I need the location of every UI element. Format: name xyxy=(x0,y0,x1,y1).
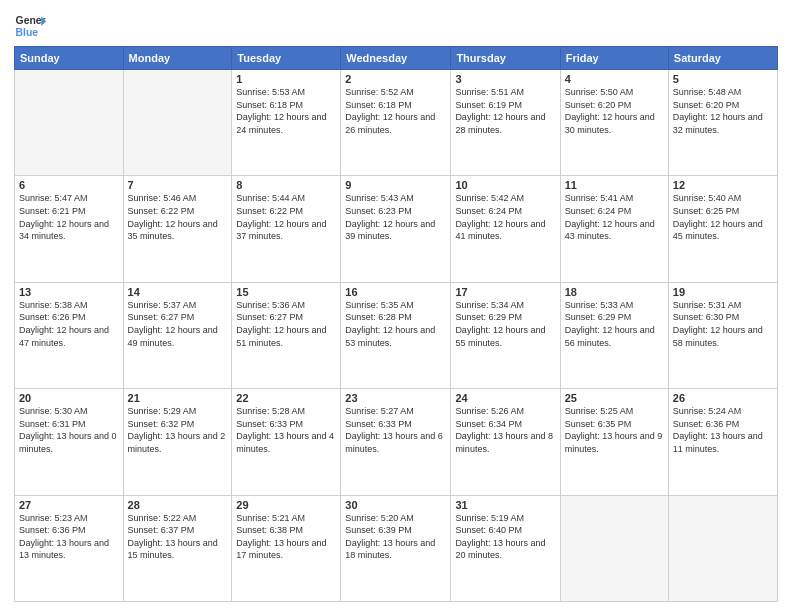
calendar-week-4: 27Sunrise: 5:23 AM Sunset: 6:36 PM Dayli… xyxy=(15,495,778,601)
column-header-saturday: Saturday xyxy=(668,47,777,70)
day-number: 24 xyxy=(455,392,555,404)
day-number: 9 xyxy=(345,179,446,191)
calendar-cell: 22Sunrise: 5:28 AM Sunset: 6:33 PM Dayli… xyxy=(232,389,341,495)
day-info: Sunrise: 5:26 AM Sunset: 6:34 PM Dayligh… xyxy=(455,405,555,455)
day-info: Sunrise: 5:48 AM Sunset: 6:20 PM Dayligh… xyxy=(673,86,773,136)
day-info: Sunrise: 5:31 AM Sunset: 6:30 PM Dayligh… xyxy=(673,299,773,349)
day-info: Sunrise: 5:38 AM Sunset: 6:26 PM Dayligh… xyxy=(19,299,119,349)
day-info: Sunrise: 5:44 AM Sunset: 6:22 PM Dayligh… xyxy=(236,192,336,242)
day-number: 10 xyxy=(455,179,555,191)
calendar-cell: 19Sunrise: 5:31 AM Sunset: 6:30 PM Dayli… xyxy=(668,282,777,388)
day-number: 5 xyxy=(673,73,773,85)
column-header-sunday: Sunday xyxy=(15,47,124,70)
day-number: 28 xyxy=(128,499,228,511)
calendar-cell: 2Sunrise: 5:52 AM Sunset: 6:18 PM Daylig… xyxy=(341,70,451,176)
day-info: Sunrise: 5:23 AM Sunset: 6:36 PM Dayligh… xyxy=(19,512,119,562)
day-info: Sunrise: 5:33 AM Sunset: 6:29 PM Dayligh… xyxy=(565,299,664,349)
day-info: Sunrise: 5:29 AM Sunset: 6:32 PM Dayligh… xyxy=(128,405,228,455)
calendar-cell: 8Sunrise: 5:44 AM Sunset: 6:22 PM Daylig… xyxy=(232,176,341,282)
day-info: Sunrise: 5:43 AM Sunset: 6:23 PM Dayligh… xyxy=(345,192,446,242)
day-number: 7 xyxy=(128,179,228,191)
day-number: 18 xyxy=(565,286,664,298)
column-header-thursday: Thursday xyxy=(451,47,560,70)
day-number: 15 xyxy=(236,286,336,298)
calendar-cell: 5Sunrise: 5:48 AM Sunset: 6:20 PM Daylig… xyxy=(668,70,777,176)
calendar-week-0: 1Sunrise: 5:53 AM Sunset: 6:18 PM Daylig… xyxy=(15,70,778,176)
column-header-wednesday: Wednesday xyxy=(341,47,451,70)
day-number: 8 xyxy=(236,179,336,191)
calendar-week-1: 6Sunrise: 5:47 AM Sunset: 6:21 PM Daylig… xyxy=(15,176,778,282)
day-number: 30 xyxy=(345,499,446,511)
calendar-cell: 27Sunrise: 5:23 AM Sunset: 6:36 PM Dayli… xyxy=(15,495,124,601)
calendar-cell xyxy=(15,70,124,176)
calendar-cell: 17Sunrise: 5:34 AM Sunset: 6:29 PM Dayli… xyxy=(451,282,560,388)
calendar-cell: 15Sunrise: 5:36 AM Sunset: 6:27 PM Dayli… xyxy=(232,282,341,388)
day-number: 6 xyxy=(19,179,119,191)
calendar-cell: 30Sunrise: 5:20 AM Sunset: 6:39 PM Dayli… xyxy=(341,495,451,601)
calendar-cell: 23Sunrise: 5:27 AM Sunset: 6:33 PM Dayli… xyxy=(341,389,451,495)
day-number: 31 xyxy=(455,499,555,511)
day-number: 19 xyxy=(673,286,773,298)
day-number: 2 xyxy=(345,73,446,85)
day-number: 16 xyxy=(345,286,446,298)
day-info: Sunrise: 5:25 AM Sunset: 6:35 PM Dayligh… xyxy=(565,405,664,455)
day-info: Sunrise: 5:41 AM Sunset: 6:24 PM Dayligh… xyxy=(565,192,664,242)
calendar-cell: 1Sunrise: 5:53 AM Sunset: 6:18 PM Daylig… xyxy=(232,70,341,176)
day-number: 1 xyxy=(236,73,336,85)
calendar-cell: 14Sunrise: 5:37 AM Sunset: 6:27 PM Dayli… xyxy=(123,282,232,388)
logo-icon: General Blue xyxy=(14,10,46,42)
svg-text:Blue: Blue xyxy=(16,27,39,38)
column-header-friday: Friday xyxy=(560,47,668,70)
day-info: Sunrise: 5:19 AM Sunset: 6:40 PM Dayligh… xyxy=(455,512,555,562)
day-number: 11 xyxy=(565,179,664,191)
day-info: Sunrise: 5:53 AM Sunset: 6:18 PM Dayligh… xyxy=(236,86,336,136)
calendar-cell: 9Sunrise: 5:43 AM Sunset: 6:23 PM Daylig… xyxy=(341,176,451,282)
logo-area: General Blue xyxy=(14,10,46,42)
day-number: 20 xyxy=(19,392,119,404)
calendar-cell: 31Sunrise: 5:19 AM Sunset: 6:40 PM Dayli… xyxy=(451,495,560,601)
calendar-cell: 29Sunrise: 5:21 AM Sunset: 6:38 PM Dayli… xyxy=(232,495,341,601)
calendar-cell: 25Sunrise: 5:25 AM Sunset: 6:35 PM Dayli… xyxy=(560,389,668,495)
calendar-cell: 20Sunrise: 5:30 AM Sunset: 6:31 PM Dayli… xyxy=(15,389,124,495)
calendar-page: General Blue SundayMondayTuesdayWednesda… xyxy=(0,0,792,612)
day-info: Sunrise: 5:52 AM Sunset: 6:18 PM Dayligh… xyxy=(345,86,446,136)
column-header-tuesday: Tuesday xyxy=(232,47,341,70)
day-number: 29 xyxy=(236,499,336,511)
calendar-cell: 18Sunrise: 5:33 AM Sunset: 6:29 PM Dayli… xyxy=(560,282,668,388)
calendar-cell xyxy=(123,70,232,176)
calendar-cell: 11Sunrise: 5:41 AM Sunset: 6:24 PM Dayli… xyxy=(560,176,668,282)
calendar-cell: 26Sunrise: 5:24 AM Sunset: 6:36 PM Dayli… xyxy=(668,389,777,495)
calendar-cell: 10Sunrise: 5:42 AM Sunset: 6:24 PM Dayli… xyxy=(451,176,560,282)
day-info: Sunrise: 5:46 AM Sunset: 6:22 PM Dayligh… xyxy=(128,192,228,242)
calendar-table: SundayMondayTuesdayWednesdayThursdayFrid… xyxy=(14,46,778,602)
calendar-week-3: 20Sunrise: 5:30 AM Sunset: 6:31 PM Dayli… xyxy=(15,389,778,495)
day-info: Sunrise: 5:22 AM Sunset: 6:37 PM Dayligh… xyxy=(128,512,228,562)
day-info: Sunrise: 5:36 AM Sunset: 6:27 PM Dayligh… xyxy=(236,299,336,349)
day-number: 14 xyxy=(128,286,228,298)
calendar-cell: 7Sunrise: 5:46 AM Sunset: 6:22 PM Daylig… xyxy=(123,176,232,282)
calendar-cell: 12Sunrise: 5:40 AM Sunset: 6:25 PM Dayli… xyxy=(668,176,777,282)
day-info: Sunrise: 5:21 AM Sunset: 6:38 PM Dayligh… xyxy=(236,512,336,562)
column-header-monday: Monday xyxy=(123,47,232,70)
day-number: 25 xyxy=(565,392,664,404)
day-info: Sunrise: 5:37 AM Sunset: 6:27 PM Dayligh… xyxy=(128,299,228,349)
top-section: General Blue xyxy=(14,10,778,42)
calendar-cell xyxy=(560,495,668,601)
day-number: 22 xyxy=(236,392,336,404)
calendar-cell: 4Sunrise: 5:50 AM Sunset: 6:20 PM Daylig… xyxy=(560,70,668,176)
calendar-cell: 13Sunrise: 5:38 AM Sunset: 6:26 PM Dayli… xyxy=(15,282,124,388)
calendar-cell: 6Sunrise: 5:47 AM Sunset: 6:21 PM Daylig… xyxy=(15,176,124,282)
calendar-cell: 21Sunrise: 5:29 AM Sunset: 6:32 PM Dayli… xyxy=(123,389,232,495)
day-number: 23 xyxy=(345,392,446,404)
day-info: Sunrise: 5:27 AM Sunset: 6:33 PM Dayligh… xyxy=(345,405,446,455)
day-info: Sunrise: 5:35 AM Sunset: 6:28 PM Dayligh… xyxy=(345,299,446,349)
calendar-body: 1Sunrise: 5:53 AM Sunset: 6:18 PM Daylig… xyxy=(15,70,778,602)
day-info: Sunrise: 5:30 AM Sunset: 6:31 PM Dayligh… xyxy=(19,405,119,455)
calendar-week-2: 13Sunrise: 5:38 AM Sunset: 6:26 PM Dayli… xyxy=(15,282,778,388)
day-number: 12 xyxy=(673,179,773,191)
day-info: Sunrise: 5:24 AM Sunset: 6:36 PM Dayligh… xyxy=(673,405,773,455)
day-info: Sunrise: 5:51 AM Sunset: 6:19 PM Dayligh… xyxy=(455,86,555,136)
day-number: 13 xyxy=(19,286,119,298)
calendar-cell: 28Sunrise: 5:22 AM Sunset: 6:37 PM Dayli… xyxy=(123,495,232,601)
day-info: Sunrise: 5:34 AM Sunset: 6:29 PM Dayligh… xyxy=(455,299,555,349)
